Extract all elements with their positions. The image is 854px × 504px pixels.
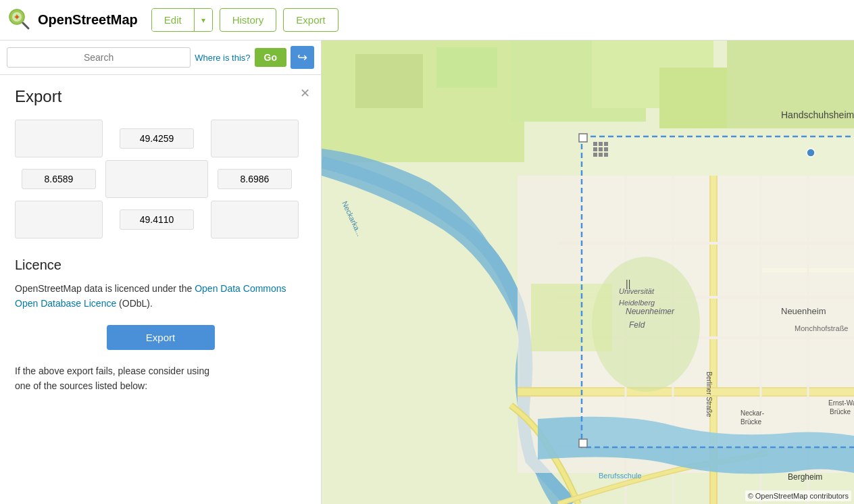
svg-rect-64 (593, 153, 597, 157)
main-layout: ▲ Where is this? Go ↪ Export ✕ (0, 41, 854, 504)
edit-button[interactable]: Edit (152, 9, 194, 31)
svg-rect-63 (604, 147, 608, 151)
svg-rect-53 (582, 136, 854, 447)
coord-cell-empty-tl (15, 120, 103, 157)
coord-south-cell (105, 201, 208, 238)
licence-text-after: (ODbL). (116, 298, 153, 309)
svg-rect-9 (436, 47, 497, 88)
svg-rect-60 (604, 142, 608, 146)
coord-north-cell (105, 120, 208, 157)
close-button[interactable]: ✕ (300, 86, 310, 101)
coordinate-grid (15, 120, 299, 238)
edit-dropdown-button[interactable]: ▾ (194, 9, 212, 31)
search-input[interactable] (7, 47, 191, 68)
below-export-text: If the above export fails, please consid… (15, 363, 306, 394)
svg-rect-62 (599, 147, 603, 151)
svg-rect-8 (355, 54, 423, 108)
export-panel: Export ✕ (0, 75, 321, 406)
svg-rect-56 (579, 439, 587, 447)
coord-cell-empty-center (105, 160, 208, 198)
licence-section: Licence OpenStreetMap data is licenced u… (15, 257, 306, 311)
export-action-button[interactable]: Export (107, 325, 215, 350)
coord-west-cell (15, 160, 103, 198)
coord-west-input[interactable] (22, 169, 96, 189)
svg-rect-65 (599, 153, 603, 157)
sidebar: ▲ Where is this? Go ↪ Export ✕ (0, 41, 322, 504)
go-button[interactable]: Go (255, 48, 286, 67)
map-tiles: Handschuhsheim Neuenheim Monchhofstraße … (322, 41, 854, 504)
logo-area: OpenStreetMap (8, 8, 138, 32)
svg-point-4 (16, 15, 19, 18)
svg-rect-58 (593, 142, 597, 146)
svg-rect-54 (579, 134, 587, 142)
svg-rect-61 (593, 147, 597, 151)
directions-icon: ↪ (297, 50, 307, 65)
svg-point-67 (807, 149, 815, 157)
coord-south-input[interactable] (120, 209, 194, 230)
coord-cell-empty-bl (15, 201, 103, 238)
svg-rect-59 (599, 142, 603, 146)
licence-text-before: OpenStreetMap data is licenced under the (15, 283, 195, 294)
licence-text: OpenStreetMap data is licenced under the… (15, 281, 306, 311)
history-button[interactable]: History (220, 8, 277, 32)
search-bar: Where is this? Go ↪ (0, 41, 321, 75)
header: OpenStreetMap Edit ▾ History Export (0, 0, 854, 41)
edit-button-group: Edit ▾ (151, 8, 213, 32)
svg-text:Berufsschule: Berufsschule (599, 472, 642, 480)
svg-text:Handschuhsheim: Handschuhsheim (781, 109, 854, 120)
coord-cell-empty-tr (211, 120, 299, 157)
coord-east-cell (211, 160, 299, 198)
below-export-line2: one of the sources listed below: (15, 380, 147, 391)
logo-text: OpenStreetMap (38, 12, 138, 28)
where-is-this-link[interactable]: Where is this? (195, 53, 250, 63)
map-area[interactable]: Handschuhsheim Neuenheim Monchhofstraße … (322, 41, 854, 504)
map-attribution: © OpenStreetMap contributors (745, 490, 851, 501)
svg-line-5 (23, 23, 28, 28)
directions-button[interactable]: ↪ (291, 46, 314, 69)
logo-icon (8, 8, 32, 32)
coord-cell-empty-br (211, 201, 299, 238)
svg-text:Bergheim: Bergheim (788, 472, 822, 482)
export-nav-button[interactable]: Export (283, 8, 338, 32)
svg-rect-66 (604, 153, 608, 157)
below-export-line1: If the above export fails, please consid… (15, 366, 209, 376)
coord-east-input[interactable] (218, 169, 292, 189)
export-title: Export (15, 87, 306, 106)
licence-title: Licence (15, 257, 306, 273)
coord-north-input[interactable] (120, 128, 194, 149)
